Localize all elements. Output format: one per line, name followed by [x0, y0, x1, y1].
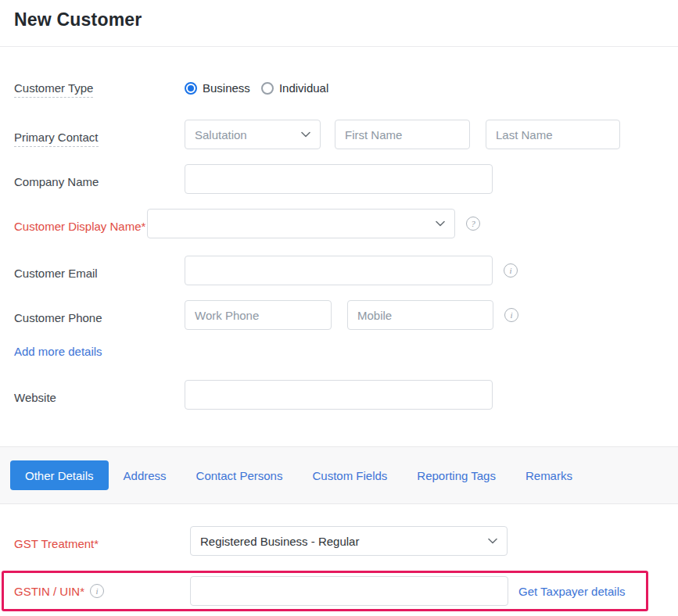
customer-type-label: Customer Type	[14, 78, 185, 98]
customer-type-row: Customer Type Business Individual	[14, 78, 664, 98]
radio-selected-icon[interactable]	[185, 82, 197, 95]
tab-other-details[interactable]: Other Details	[10, 460, 109, 490]
tab-remarks[interactable]: Remarks	[511, 460, 587, 490]
gstin-label: GSTIN / UIN* i	[14, 582, 190, 601]
info-circle-icon[interactable]: i	[90, 584, 104, 598]
primary-contact-row: Primary Contact Salutation	[14, 120, 664, 149]
website-input[interactable]	[185, 380, 493, 410]
chevron-down-icon	[436, 220, 445, 227]
radio-unselected-icon[interactable]	[261, 82, 274, 95]
tab-contact-persons[interactable]: Contact Persons	[181, 460, 298, 490]
first-name-input[interactable]	[335, 120, 470, 149]
add-more-details-link[interactable]: Add more details	[14, 345, 102, 358]
other-details-panel: GST Treatment* Registered Business - Reg…	[0, 504, 678, 611]
radio-business[interactable]: Business	[185, 81, 250, 95]
company-name-input[interactable]	[185, 164, 493, 194]
tab-reporting-tags[interactable]: Reporting Tags	[402, 460, 511, 490]
mobile-input[interactable]	[347, 300, 493, 330]
customer-display-name-select[interactable]	[147, 209, 455, 238]
chevron-down-icon	[301, 131, 310, 138]
chevron-down-icon	[488, 538, 497, 544]
customer-phone-row: Customer Phone i	[14, 300, 664, 330]
customer-type-radio-group: Business Individual	[185, 81, 328, 95]
company-name-label: Company Name	[14, 164, 185, 192]
customer-email-label: Customer Email	[14, 256, 185, 283]
detail-tabs: Other Details Address Contact Persons Cu…	[0, 446, 678, 504]
customer-display-name-row: Customer Display Name* ?	[14, 209, 664, 238]
company-name-row: Company Name	[14, 164, 664, 194]
gstin-highlight-box: GSTIN / UIN* i Get Taxpayer details	[2, 571, 648, 611]
gst-treatment-value: Registered Business - Regular	[200, 535, 359, 548]
page-title: New Customer	[14, 9, 664, 30]
gst-treatment-select[interactable]: Registered Business - Regular	[190, 526, 508, 556]
salutation-select[interactable]: Salutation	[185, 120, 321, 149]
get-taxpayer-details-link[interactable]: Get Taxpayer details	[518, 585, 625, 598]
gstin-input[interactable]	[190, 576, 508, 606]
primary-contact-label: Primary Contact	[14, 120, 185, 147]
customer-form: Customer Type Business Individual Primar…	[0, 47, 678, 410]
customer-display-name-label: Customer Display Name*	[14, 209, 147, 236]
radio-business-label: Business	[203, 81, 250, 95]
work-phone-input[interactable]	[185, 300, 332, 330]
gst-treatment-row: GST Treatment* Registered Business - Reg…	[14, 526, 664, 556]
last-name-input[interactable]	[486, 120, 620, 149]
website-label: Website	[14, 380, 185, 407]
tab-custom-fields[interactable]: Custom Fields	[297, 460, 402, 490]
customer-email-row: Customer Email i	[14, 256, 664, 285]
salutation-placeholder: Salutation	[195, 128, 247, 141]
tab-address[interactable]: Address	[109, 460, 181, 490]
page-header: New Customer	[0, 0, 678, 47]
customer-email-input[interactable]	[185, 256, 493, 285]
website-row: Website	[14, 380, 664, 410]
radio-individual-label: Individual	[279, 81, 328, 95]
radio-individual[interactable]: Individual	[261, 81, 328, 95]
question-circle-icon[interactable]: ?	[466, 217, 480, 231]
info-circle-icon[interactable]: i	[504, 263, 518, 278]
info-circle-icon[interactable]: i	[504, 308, 518, 322]
customer-phone-label: Customer Phone	[14, 300, 185, 328]
gst-treatment-label: GST Treatment*	[14, 526, 190, 553]
